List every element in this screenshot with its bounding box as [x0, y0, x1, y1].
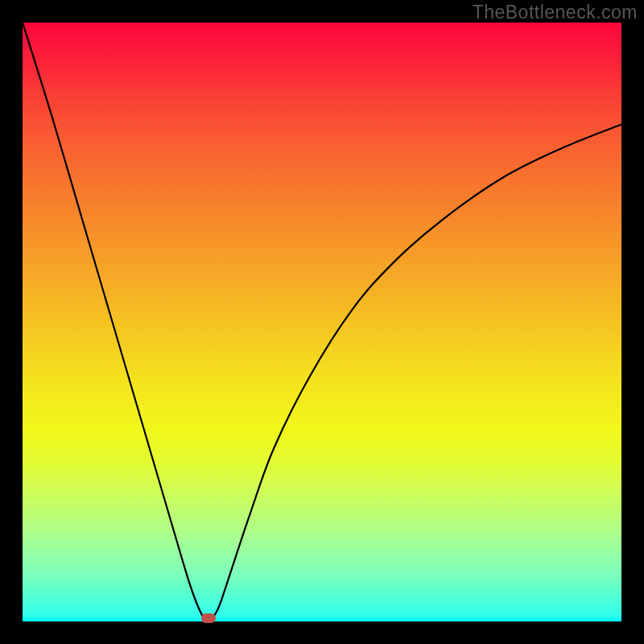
minimum-marker: [201, 613, 216, 623]
bottleneck-curve: [23, 23, 621, 619]
watermark-text: TheBottleneck.com: [473, 2, 638, 23]
curve-layer: [23, 23, 621, 621]
chart-frame: TheBottleneck.com: [0, 0, 644, 644]
plot-area: [23, 23, 621, 621]
